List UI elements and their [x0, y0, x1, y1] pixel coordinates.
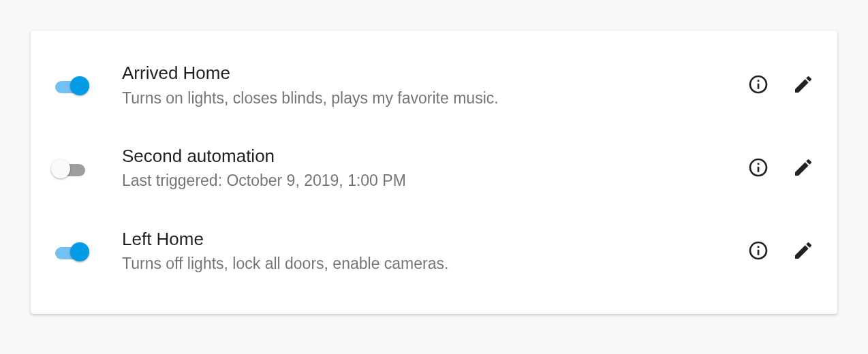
- automation-subtitle: Turns on lights, closes blinds, plays my…: [122, 87, 731, 110]
- pencil-icon: [792, 74, 814, 98]
- toggle-thumb: [70, 242, 89, 261]
- automation-row: Arrived Home Turns on lights, closes bli…: [51, 44, 817, 127]
- info-button[interactable]: [745, 155, 772, 182]
- row-actions: [745, 155, 817, 182]
- info-icon: [747, 240, 769, 264]
- enable-toggle[interactable]: [51, 74, 89, 98]
- automation-title: Left Home: [122, 228, 731, 251]
- automation-text: Arrived Home Turns on lights, closes bli…: [122, 62, 731, 110]
- automations-card: Arrived Home Turns on lights, closes bli…: [31, 31, 837, 314]
- info-button[interactable]: [745, 72, 772, 99]
- automation-text: Second automation Last triggered: Octobe…: [122, 145, 731, 193]
- row-actions: [745, 238, 817, 266]
- automation-row: Second automation Last triggered: Octobe…: [51, 127, 817, 210]
- edit-button[interactable]: [790, 155, 817, 182]
- info-button[interactable]: [745, 238, 772, 266]
- automation-subtitle: Turns off lights, lock all doors, enable…: [122, 253, 731, 275]
- info-icon: [747, 74, 769, 98]
- toggle-thumb: [70, 76, 89, 95]
- automation-text: Left Home Turns off lights, lock all doo…: [122, 228, 731, 276]
- pencil-icon: [792, 157, 814, 181]
- enable-toggle[interactable]: [51, 240, 89, 264]
- enable-toggle[interactable]: [51, 157, 89, 181]
- edit-button[interactable]: [790, 72, 817, 99]
- info-icon: [747, 157, 769, 181]
- automation-row: Left Home Turns off lights, lock all doo…: [51, 210, 817, 293]
- edit-button[interactable]: [790, 238, 817, 266]
- pencil-icon: [792, 240, 814, 264]
- automation-title: Second automation: [122, 145, 731, 167]
- automation-subtitle: Last triggered: October 9, 2019, 1:00 PM: [122, 170, 731, 192]
- automation-title: Arrived Home: [122, 62, 731, 84]
- toggle-thumb: [51, 159, 70, 178]
- row-actions: [745, 72, 817, 99]
